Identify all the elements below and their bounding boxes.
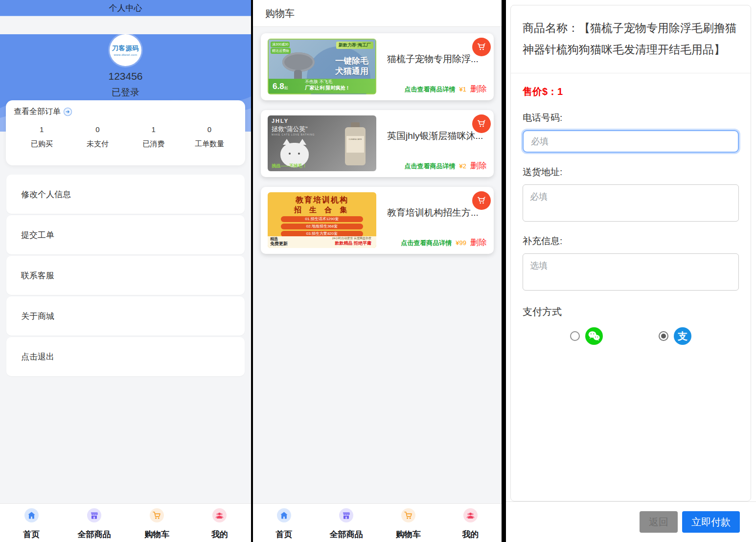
stat-label: 未支付 (69, 139, 125, 149)
stat-label: 工单数量 (182, 139, 237, 149)
home-icon (277, 508, 291, 522)
ad-brand: JHLY (272, 118, 289, 124)
view-all-orders-link[interactable]: 查看全部订单 (14, 107, 237, 117)
bottom-nav: 首页 全部商品 购物车 (0, 503, 251, 542)
cart-icon (401, 508, 415, 522)
ad-tag: 免费更新 (270, 241, 288, 247)
product-image[interactable]: JHLY 拯救“蒲公英” MAKE CATS LOVE BATHING CLEA… (268, 115, 376, 171)
stat-purchased: 1 已购买 (14, 125, 69, 149)
home-icon (24, 508, 39, 522)
store-icon (87, 508, 101, 522)
product-image[interactable]: 满300减30 赠送运费险 新款力荐·淘工厂 一键除毛 犬猫通用 6.8起 不伤… (268, 39, 376, 94)
menu-item-logout[interactable]: 点击退出 (6, 337, 245, 376)
ad-slogan: 厂家让利 限时疯抢！ (305, 85, 350, 91)
pay-now-button[interactable]: 立即付款 (682, 511, 740, 533)
product-title: 英国jhly银渐层猫咪沐... (387, 130, 480, 142)
screenshot-stage: 个人中心 刀客源码 www.dkewl.com 123456 已登录 查看全部订… (0, 0, 756, 542)
comb-graphic (282, 52, 315, 72)
item-price: ¥2 (459, 162, 466, 170)
payment-option-alipay[interactable]: 支 (631, 327, 719, 345)
ad-price: 6.8起 (273, 82, 288, 91)
menu-item-submit-ticket[interactable]: 提交工单 (6, 215, 245, 254)
tab-all-products[interactable]: 全部商品 (315, 504, 377, 542)
item-price: ¥99 (456, 239, 466, 247)
extra-info-label: 补充信息: (523, 235, 739, 248)
ad-title: 招 生 合 集 (268, 205, 376, 215)
tab-mine[interactable]: 我的 (188, 504, 251, 542)
checkout-footer: 返回 立即付款 (506, 501, 756, 542)
menu-item-about-mall[interactable]: 关于商城 (6, 296, 245, 336)
back-button[interactable]: 返回 (640, 511, 678, 533)
ad-subline: MAKE CATS LOVE BATHING (272, 133, 315, 136)
tab-all-products[interactable]: 全部商品 (63, 504, 125, 542)
tab-mine[interactable]: 我的 (439, 504, 502, 542)
checkout-screen: 商品名称：【猫梳子宠物专用除浮毛刷撸猫神器针梳狗狗猫咪毛发清理开结毛用品】 售价… (506, 0, 756, 542)
view-detail-link[interactable]: 点击查看商品详情 (405, 162, 456, 171)
view-detail-link[interactable]: 点击查看商品详情 (401, 239, 452, 248)
stat-tickets: 0 工单数量 (182, 125, 237, 149)
stat-label: 已购买 (14, 139, 69, 149)
extra-info-input[interactable] (523, 253, 739, 291)
stat-consumed: 1 已消费 (126, 125, 182, 149)
payment-options: 支 (523, 327, 739, 345)
ad-headline: 一键除毛 (335, 55, 368, 67)
user-icon (463, 508, 478, 522)
tab-label: 购物车 (396, 529, 421, 540)
menu-item-contact-support[interactable]: 联系客服 (6, 256, 245, 295)
product-image-art: JHLY 拯救“蒲公英” MAKE CATS LOVE BATHING CLEA… (268, 115, 376, 171)
ad-list-bar: 02.地推招生368套 (281, 224, 364, 229)
delete-button[interactable]: 删除 (470, 83, 487, 94)
product-image-art: 教育培训机构 招 生 合 集 01.招生话术1290套 02.地推招生368套 … (268, 192, 376, 248)
alipay-radio[interactable] (659, 331, 668, 341)
tab-cart[interactable]: 购物车 (377, 504, 439, 542)
product-image[interactable]: 教育培训机构 招 生 合 集 01.招生话术1290套 02.地推招生368套 … (268, 192, 376, 248)
login-status: 已登录 (0, 86, 251, 99)
payment-option-wechat[interactable] (542, 327, 631, 345)
view-detail-link[interactable]: 点击查看商品详情 (405, 85, 456, 94)
ad-list-bar: 01.招生话术1290套 (281, 216, 364, 222)
tab-home[interactable]: 首页 (0, 504, 63, 542)
cart-icon (476, 42, 487, 52)
ad-badge: 赠送运费险 (271, 48, 291, 54)
cart-list: 满300减30 赠送运费险 新款力荐·淘工厂 一键除毛 犬猫通用 6.8起 不伤… (253, 27, 502, 270)
tab-label: 我的 (211, 529, 228, 540)
phone-label: 电话号码: (523, 112, 739, 124)
view-all-orders-label: 查看全部订单 (14, 107, 61, 117)
cart-icon (476, 195, 487, 206)
cart-item-comb[interactable]: 满300减30 赠送运费险 新款力荐·淘工厂 一键除毛 犬猫通用 6.8起 不伤… (261, 33, 494, 100)
delete-button[interactable]: 删除 (470, 160, 487, 171)
cart-item-education[interactable]: 教育培训机构 招 生 合 集 01.招生话术1290套 02.地推招生368套 … (261, 187, 494, 254)
wechat-icon (585, 327, 603, 345)
add-to-cart-button[interactable] (472, 114, 491, 133)
menu-item-edit-profile[interactable]: 修改个人信息 (6, 175, 245, 214)
payment-method-label: 支付方式 (523, 305, 739, 318)
sale-price: 售价$：1 (523, 85, 739, 98)
cart-icon (476, 118, 487, 129)
tab-label: 购物车 (144, 529, 169, 540)
ad-slogan: 款款精品 拒绝平庸 (335, 240, 371, 247)
ad-band: 新款力荐·淘工厂 (336, 42, 373, 49)
checkout-card: 商品名称：【猫梳子宠物专用除浮毛刷撸猫神器针梳狗狗猫咪毛发清理开结毛用品】 售价… (510, 5, 751, 501)
tab-label: 全部商品 (77, 529, 111, 540)
ad-headline: 拯救“蒲公英” (272, 125, 308, 134)
avatar: 刀客源码 www.dkewl.com (110, 34, 141, 66)
phone-input[interactable] (523, 130, 739, 153)
tab-home[interactable]: 首页 (253, 504, 315, 542)
add-to-cart-button[interactable] (472, 38, 491, 56)
wechat-radio[interactable] (570, 331, 580, 341)
address-input[interactable] (523, 184, 739, 222)
tab-cart[interactable]: 购物车 (126, 504, 188, 542)
delete-button[interactable]: 删除 (470, 237, 487, 248)
avatar-logo-text: 刀客源码 (112, 44, 139, 53)
username: 123456 (0, 70, 251, 82)
store-icon (339, 508, 353, 522)
stat-label: 已消费 (126, 139, 182, 149)
add-to-cart-button[interactable] (472, 191, 491, 210)
stat-value: 1 (14, 125, 69, 134)
address-label: 送货地址: (523, 166, 739, 179)
stat-value: 0 (182, 125, 237, 134)
personal-center-screen: 个人中心 刀客源码 www.dkewl.com 123456 已登录 查看全部订… (0, 0, 251, 542)
cart-item-shampoo[interactable]: JHLY 拯救“蒲公英” MAKE CATS LOVE BATHING CLEA… (261, 110, 494, 177)
arrow-right-circle-icon (63, 107, 72, 116)
tab-label: 首页 (23, 529, 40, 540)
